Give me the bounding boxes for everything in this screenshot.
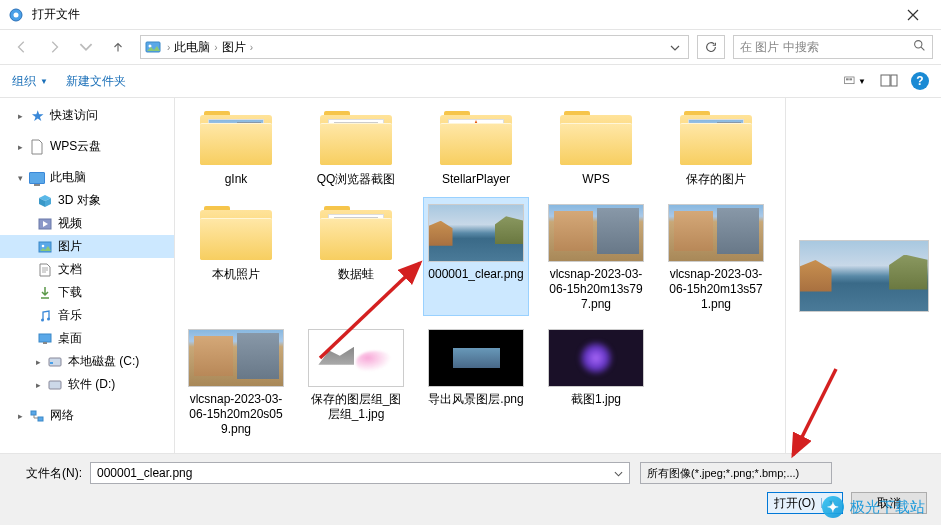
preview-image bbox=[799, 240, 929, 312]
file-name-label: 保存的图片 bbox=[686, 172, 746, 187]
svg-rect-19 bbox=[49, 381, 61, 389]
document-icon bbox=[36, 262, 54, 278]
preview-pane bbox=[785, 98, 941, 453]
folder-item[interactable]: QQ浏览器截图 bbox=[303, 102, 409, 191]
svg-rect-9 bbox=[891, 75, 897, 86]
filename-input[interactable]: 000001_clear.png bbox=[90, 462, 630, 484]
filename-dropdown[interactable] bbox=[614, 466, 623, 480]
search-input[interactable]: 在 图片 中搜索 bbox=[733, 35, 933, 59]
file-name-label: 导出风景图层.png bbox=[428, 392, 523, 407]
folder-icon bbox=[668, 106, 764, 170]
close-button[interactable] bbox=[893, 0, 933, 30]
image-thumbnail bbox=[428, 201, 524, 265]
sidebar-desktop[interactable]: 桌面 bbox=[0, 327, 174, 350]
image-thumbnail bbox=[548, 201, 644, 265]
svg-point-14 bbox=[47, 317, 50, 320]
file-item[interactable]: 000001_clear.png bbox=[423, 197, 529, 316]
back-button[interactable] bbox=[8, 35, 36, 59]
up-button[interactable] bbox=[104, 35, 132, 59]
sidebar-downloads[interactable]: 下载 bbox=[0, 281, 174, 304]
computer-icon bbox=[28, 170, 46, 186]
file-name-label: 000001_clear.png bbox=[428, 267, 523, 282]
file-item[interactable]: vlcsnap-2023-03-06-15h20m13s797.png bbox=[543, 197, 649, 316]
folder-item[interactable]: 本机照片 bbox=[183, 197, 289, 316]
view-mode-button[interactable]: ▼ bbox=[843, 70, 867, 92]
file-name-label: StellarPlayer bbox=[442, 172, 510, 187]
open-button[interactable]: 打开(O)▼ bbox=[767, 492, 843, 514]
pictures-icon bbox=[145, 39, 161, 55]
file-item[interactable]: 截图1.jpg bbox=[543, 322, 649, 441]
svg-rect-15 bbox=[39, 334, 51, 342]
sidebar-wps-cloud[interactable]: ▸WPS云盘 bbox=[0, 135, 174, 158]
file-item[interactable]: 导出风景图层.png bbox=[423, 322, 529, 441]
svg-rect-18 bbox=[50, 362, 53, 364]
dialog-footer: 文件名(N): 000001_clear.png 所有图像(*.jpeg;*.p… bbox=[0, 453, 941, 525]
file-name-label: WPS bbox=[582, 172, 609, 187]
chevron-right-icon: › bbox=[248, 42, 255, 53]
breadcrumb-folder[interactable]: 图片 bbox=[220, 39, 248, 56]
sidebar: ▸★快速访问 ▸WPS云盘 ▾此电脑 3D 对象 视频 图片 文档 下载 音乐 … bbox=[0, 98, 175, 453]
folder-item[interactable]: 保存的图片 bbox=[663, 102, 769, 191]
preview-pane-button[interactable] bbox=[877, 70, 901, 92]
filename-label: 文件名(N): bbox=[12, 465, 82, 482]
sidebar-network[interactable]: ▸网络 bbox=[0, 404, 174, 427]
filetype-select[interactable]: 所有图像(*.jpeg;*.png;*.bmp;...) bbox=[640, 462, 832, 484]
svg-rect-20 bbox=[31, 411, 36, 415]
svg-rect-8 bbox=[881, 75, 890, 86]
folder-icon bbox=[188, 106, 284, 170]
forward-button[interactable] bbox=[40, 35, 68, 59]
file-name-label: vlcsnap-2023-03-06-15h20m13s571.png bbox=[667, 267, 765, 312]
new-folder-button[interactable]: 新建文件夹 bbox=[66, 73, 126, 90]
sidebar-quick-access[interactable]: ▸★快速访问 bbox=[0, 104, 174, 127]
music-icon bbox=[36, 308, 54, 324]
folder-icon bbox=[188, 201, 284, 265]
document-icon bbox=[28, 139, 46, 155]
folder-icon bbox=[428, 106, 524, 170]
chevron-right-icon: › bbox=[165, 42, 172, 53]
file-list[interactable]: gInkQQ浏览器截图StellarPlayerWPS保存的图片本机照片数据蛙0… bbox=[175, 98, 785, 453]
file-name-label: 本机照片 bbox=[212, 267, 260, 282]
file-item[interactable]: vlcsnap-2023-03-06-15h20m20s059.png bbox=[183, 322, 289, 441]
help-button[interactable]: ? bbox=[911, 72, 929, 90]
recent-dropdown[interactable] bbox=[72, 35, 100, 59]
sidebar-3d-objects[interactable]: 3D 对象 bbox=[0, 189, 174, 212]
disk-icon bbox=[46, 354, 64, 370]
disk-icon bbox=[46, 377, 64, 393]
desktop-icon bbox=[36, 331, 54, 347]
sidebar-this-pc[interactable]: ▾此电脑 bbox=[0, 166, 174, 189]
file-name-label: gInk bbox=[225, 172, 248, 187]
svg-rect-5 bbox=[845, 77, 854, 84]
refresh-button[interactable] bbox=[697, 35, 725, 59]
address-dropdown[interactable] bbox=[666, 40, 684, 54]
folder-item[interactable]: gInk bbox=[183, 102, 289, 191]
image-thumbnail bbox=[668, 201, 764, 265]
toolbar: 组织▼ 新建文件夹 ▼ ? bbox=[0, 64, 941, 98]
file-name-label: 截图1.jpg bbox=[571, 392, 621, 407]
folder-item[interactable]: WPS bbox=[543, 102, 649, 191]
svg-point-13 bbox=[41, 318, 44, 321]
cancel-button[interactable]: 取消 bbox=[851, 492, 927, 514]
sidebar-disk-c[interactable]: ▸本地磁盘 (C:) bbox=[0, 350, 174, 373]
file-name-label: 保存的图层组_图层组_1.jpg bbox=[307, 392, 405, 422]
svg-rect-21 bbox=[38, 417, 43, 421]
folder-item[interactable]: 数据蛙 bbox=[303, 197, 409, 316]
cube-icon bbox=[36, 193, 54, 209]
app-icon bbox=[8, 7, 24, 23]
svg-rect-7 bbox=[849, 78, 852, 80]
folder-item[interactable]: StellarPlayer bbox=[423, 102, 529, 191]
file-item[interactable]: 保存的图层组_图层组_1.jpg bbox=[303, 322, 409, 441]
sidebar-videos[interactable]: 视频 bbox=[0, 212, 174, 235]
window-titlebar: 打开文件 bbox=[0, 0, 941, 30]
file-name-label: vlcsnap-2023-03-06-15h20m20s059.png bbox=[187, 392, 285, 437]
breadcrumb-root[interactable]: 此电脑 bbox=[172, 39, 212, 56]
address-bar[interactable]: › 此电脑 › 图片 › bbox=[140, 35, 689, 59]
organize-menu[interactable]: 组织▼ bbox=[12, 73, 48, 90]
sidebar-music[interactable]: 音乐 bbox=[0, 304, 174, 327]
sidebar-documents[interactable]: 文档 bbox=[0, 258, 174, 281]
video-icon bbox=[36, 216, 54, 232]
sidebar-pictures[interactable]: 图片 bbox=[0, 235, 174, 258]
svg-rect-16 bbox=[43, 342, 47, 344]
sidebar-disk-d[interactable]: ▸软件 (D:) bbox=[0, 373, 174, 396]
file-name-label: vlcsnap-2023-03-06-15h20m13s797.png bbox=[547, 267, 645, 312]
file-item[interactable]: vlcsnap-2023-03-06-15h20m13s571.png bbox=[663, 197, 769, 316]
